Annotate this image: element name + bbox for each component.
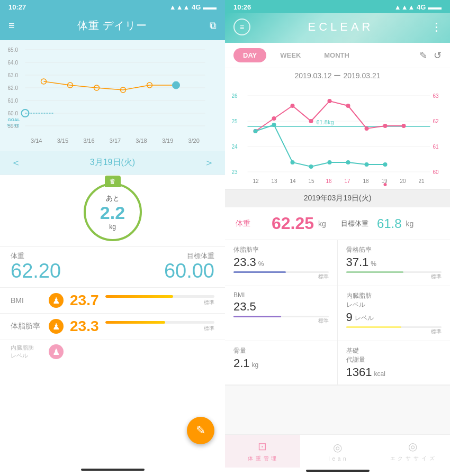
- svg-point-20: [173, 81, 180, 89]
- bmi-bar-fill: [105, 295, 173, 298]
- right-header: ≡ ECLEAR ⋮: [225, 13, 450, 43]
- muscle-std: 標準: [346, 273, 442, 280]
- dots-menu[interactable]: ⋮: [431, 21, 442, 33]
- bodyfat-r-std: 標準: [233, 273, 329, 280]
- svg-text:60.0kg: 60.0kg: [7, 123, 20, 127]
- bmi-bar-area: 標準: [105, 295, 215, 306]
- detail-weight-row: 体重 62.25 kg 目標体重 61.8 kg: [225, 207, 450, 240]
- svg-point-39: [272, 116, 276, 121]
- svg-point-44: [365, 126, 369, 131]
- goal-unit: kg: [109, 223, 116, 231]
- home-bar-right: [306, 470, 370, 472]
- bodyfat-r-value: 23.3: [233, 255, 256, 269]
- tab-bar-right: DAY WEEK MONTH ✎ ↺: [225, 43, 450, 68]
- svg-text:21: 21: [419, 178, 425, 184]
- edit-fab[interactable]: ✎: [187, 417, 214, 444]
- bodyfat-std: 標準: [105, 325, 215, 332]
- menu-icon[interactable]: ≡: [8, 20, 15, 32]
- svg-text:61.0: 61.0: [8, 98, 19, 104]
- svg-point-49: [291, 160, 295, 164]
- bodyfat-bar-fill: [105, 321, 166, 324]
- right-panel: 10:26 ▲▲▲ 4G ▬▬ ≡ ECLEAR ⋮ DAY WEEK MONT…: [225, 0, 450, 476]
- home-indicator-right: [225, 468, 450, 476]
- tab-month[interactable]: MONTH: [314, 48, 359, 62]
- svg-text:16: 16: [326, 178, 332, 184]
- metric-cell-bone: 骨量 2.1 kg: [225, 341, 338, 385]
- visceral-r-std: 標準: [346, 328, 442, 335]
- goal-value-right: 61.8: [377, 216, 402, 231]
- prev-arrow[interactable]: ＜: [11, 155, 21, 170]
- x-label-4: 3/18: [136, 138, 147, 144]
- x-label-6: 3/20: [188, 138, 199, 144]
- stat-date-header: 2019年03月19日(火): [225, 189, 450, 207]
- menu-circle-right[interactable]: ≡: [233, 19, 250, 35]
- x-label-2: 3/16: [83, 138, 94, 144]
- nav-exercise[interactable]: ◎ エ ク サ サ イ ズ: [375, 435, 450, 468]
- signal-left: ▲▲▲ 4G ▬▬: [169, 3, 217, 11]
- bodyfat-r-row: 23.3 %: [233, 255, 329, 269]
- goal-circle: ♛ あと 2.2 kg: [84, 183, 142, 241]
- pencil-icon[interactable]: ✎: [419, 50, 427, 61]
- x-label-0: 3/14: [31, 138, 42, 144]
- status-bar-right: 10:26 ▲▲▲ 4G ▬▬: [225, 0, 450, 13]
- bone-label: 骨量: [233, 346, 329, 355]
- left-panel: 10:27 ▲▲▲ 4G ▬▬ ≡ 体重 デイリー ⧉ 65.0 64.0 63…: [0, 0, 225, 476]
- visceral-r-label: 内臓脂肪レベル: [346, 291, 442, 309]
- x-label-3: 3/17: [110, 138, 121, 144]
- bmi-label: BMI: [11, 296, 42, 305]
- bmi-r-value: 23.5: [233, 300, 256, 314]
- nav-lean[interactable]: ◎ l e a n: [300, 435, 375, 468]
- muscle-label: 骨格筋率: [346, 245, 442, 254]
- metabolism-unit: kcal: [374, 370, 385, 378]
- home-bar-left: [81, 469, 145, 471]
- svg-text:25: 25: [232, 118, 238, 124]
- svg-text:12: 12: [253, 178, 259, 184]
- svg-text:65.0: 65.0: [8, 47, 19, 53]
- svg-text:14: 14: [290, 178, 296, 184]
- bodyfat-r-label: 体脂肪率: [233, 245, 329, 254]
- svg-point-50: [309, 164, 313, 169]
- svg-text:17: 17: [345, 178, 351, 184]
- weight-unit-right: kg: [318, 219, 326, 228]
- bodyfat-r-bar: [233, 271, 329, 273]
- visceral-r-unit: レベル: [355, 314, 374, 323]
- svg-text:62: 62: [433, 118, 439, 124]
- tab-week[interactable]: WEEK: [271, 48, 310, 62]
- tab-day[interactable]: DAY: [233, 48, 266, 62]
- tab-icons: ✎ ↺: [419, 50, 442, 61]
- visceral-r-row: 9 レベル: [346, 310, 442, 324]
- chart-area-right: 63 62 61 60 26 25 24 23 61.8kg: [225, 83, 450, 189]
- target-value: 60.00: [164, 261, 214, 281]
- x-label-5: 3/19: [162, 138, 173, 144]
- status-bar-left: 10:27 ▲▲▲ 4G ▬▬: [0, 0, 225, 13]
- refresh-icon[interactable]: ↺: [434, 50, 442, 61]
- next-arrow[interactable]: ＞: [204, 155, 214, 170]
- svg-text:15: 15: [309, 178, 315, 184]
- weight-chart-left: 65.0 64.0 63.0 62.0 61.0 60.0 59.0 GOAL …: [2, 44, 223, 134]
- date-range: 2019.03.12 ー 2019.03.21: [225, 68, 450, 83]
- svg-point-53: [365, 162, 369, 167]
- svg-text:18: 18: [363, 178, 370, 184]
- svg-point-43: [346, 104, 350, 108]
- target-group: 目標体重 60.00: [164, 251, 214, 281]
- signal-right: ▲▲▲ 4G ▬▬: [394, 3, 442, 11]
- time-right: 10:26: [233, 3, 251, 11]
- svg-text:60.0: 60.0: [8, 111, 19, 116]
- bottom-nav-right: ⊡ 体 重 管 理 ◎ l e a n ◎ エ ク サ サ イ ズ: [225, 434, 450, 468]
- muscle-bar: [346, 271, 442, 273]
- goal-unit-right: kg: [406, 219, 414, 228]
- weight-nav-icon: ⊡: [258, 440, 267, 453]
- bodyfat-r-bar-fill: [233, 271, 286, 273]
- bone-value: 2.1: [233, 356, 250, 370]
- metric-cell-bmi-r: BMI 23.5 標準: [225, 286, 338, 341]
- bmi-r-std: 標準: [233, 317, 329, 325]
- svg-text:23: 23: [232, 169, 238, 175]
- edit-icon[interactable]: ⧉: [210, 20, 217, 31]
- weight-row: 62.20: [11, 261, 61, 281]
- nav-weight[interactable]: ⊡ 体 重 管 理: [225, 435, 300, 468]
- bmi-std: 標準: [105, 299, 215, 306]
- bmi-r-row: 23.5: [233, 300, 329, 314]
- weight-value: 62.20: [11, 261, 61, 281]
- metrics-grid: 体脂肪率 23.3 % 標準 骨格筋率 37.1 % 標準 BMI: [225, 240, 450, 386]
- goal-prefix: あと: [106, 194, 120, 203]
